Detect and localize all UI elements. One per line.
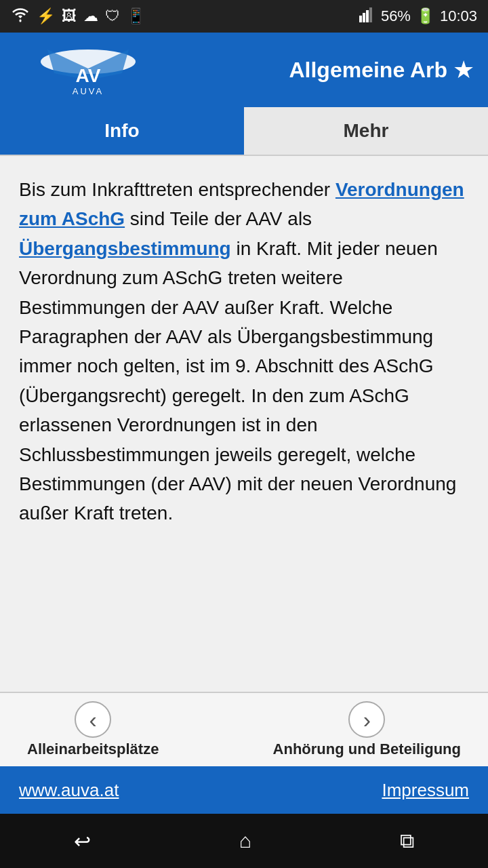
- wifi-icon: [11, 6, 30, 26]
- svg-rect-2: [366, 10, 369, 22]
- link-uebergangsbestimmung[interactable]: Übergangsbestimmung: [19, 238, 231, 259]
- back-button[interactable]: ↩: [74, 829, 91, 853]
- text-between-links: sind Teile der AAV als: [125, 208, 312, 229]
- usb-icon: ⚡: [37, 7, 55, 25]
- signal-icon: [359, 6, 375, 26]
- status-icons: ⚡ 🖼 ☁ 🛡 📱: [11, 6, 145, 26]
- footer-link-impressum[interactable]: Impressum: [382, 780, 469, 801]
- system-bar: ↩ ⌂ ⧉: [0, 814, 488, 868]
- recent-button[interactable]: ⧉: [400, 829, 414, 853]
- prev-arrow: ‹: [75, 701, 111, 738]
- app-header: AV AUVA Allgemeine Arb ★: [0, 33, 488, 107]
- svg-text:AV: AV: [76, 65, 101, 86]
- upload-icon: ☁: [83, 7, 98, 25]
- shield-icon: 🛡: [105, 7, 120, 25]
- nav-next[interactable]: › Anhörung und Beteiligung: [273, 701, 461, 758]
- status-right: 56% 🔋 10:03: [359, 6, 477, 26]
- favorite-star[interactable]: ★: [453, 56, 474, 84]
- svg-rect-1: [363, 13, 365, 22]
- bottom-nav: ‹ Alleinarbeitsplätze › Anhörung und Bet…: [0, 692, 488, 766]
- text-before-link1: Bis zum Inkrafttreten entsprechender: [19, 179, 336, 200]
- nav-prev[interactable]: ‹ Alleinarbeitsplätze: [27, 701, 159, 758]
- next-arrow: ›: [348, 701, 385, 738]
- svg-rect-3: [369, 7, 372, 22]
- svg-rect-0: [359, 16, 362, 22]
- battery-icon: 🔋: [416, 7, 434, 25]
- tab-info[interactable]: Info: [0, 107, 244, 155]
- tab-mehr[interactable]: Mehr: [244, 107, 488, 155]
- app-title: Allgemeine Arb: [163, 58, 453, 83]
- image-icon: 🖼: [62, 7, 77, 25]
- tabs-bar: Info Mehr: [0, 107, 488, 156]
- main-content: Bis zum Inkrafttreten entsprechender Ver…: [0, 156, 488, 692]
- content-paragraph: Bis zum Inkrafttreten entsprechender Ver…: [19, 175, 469, 528]
- android-icon: 📱: [127, 7, 145, 25]
- logo-box: AV AUVA: [14, 39, 163, 100]
- text-main: in Kraft. Mit jeder neuen Verordnung zum…: [19, 238, 456, 524]
- status-bar: ⚡ 🖼 ☁ 🛡 📱 56% 🔋 10:03: [0, 0, 488, 33]
- battery-percentage: 56%: [381, 7, 411, 25]
- home-button[interactable]: ⌂: [239, 829, 251, 852]
- clock: 10:03: [440, 7, 477, 25]
- prev-label: Alleinarbeitsplätze: [27, 741, 159, 758]
- footer-links: www.auva.at Impressum: [0, 766, 488, 814]
- svg-text:AUVA: AUVA: [73, 86, 104, 96]
- next-label: Anhörung und Beteiligung: [273, 741, 461, 758]
- footer-link-auva[interactable]: www.auva.at: [19, 780, 119, 801]
